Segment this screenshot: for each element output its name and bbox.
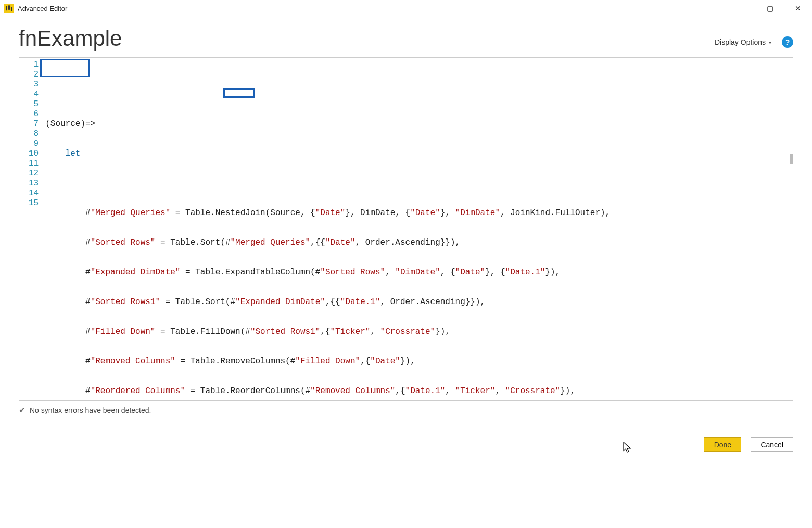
cancel-button[interactable]: Cancel: [751, 437, 793, 452]
titlebar: Advanced Editor — ▢ ✕: [0, 0, 812, 17]
code-token: "Date.1": [405, 386, 446, 396]
highlight-box: [223, 88, 255, 98]
code-token: }, {: [485, 268, 505, 277]
code-token: = Table.RemoveColumns(#: [175, 357, 295, 366]
code-token: = Table.FillDown(#: [155, 327, 250, 336]
code-token: "Sorted Rows": [320, 268, 385, 277]
code-token: (Source)=>: [45, 119, 95, 129]
code-token: "Sorted Rows": [91, 238, 156, 247]
code-token: "Filled Down": [295, 357, 360, 366]
chevron-down-icon: ▾: [769, 40, 771, 45]
code-token: , Order.Ascending}}),: [356, 238, 461, 247]
code-token: ,{{: [310, 238, 325, 247]
code-token: "Sorted Rows1": [91, 297, 160, 307]
code-token: }),: [560, 386, 575, 396]
code-token: "DimDate": [455, 208, 500, 218]
line-number: 12: [29, 169, 39, 179]
line-number: 11: [29, 159, 39, 169]
code-token: "DimDate": [395, 268, 440, 277]
code-token: ,{: [320, 327, 330, 336]
minimize-button[interactable]: —: [728, 0, 756, 17]
display-options-dropdown[interactable]: Display Options ▾: [715, 38, 771, 46]
code-token: ,: [385, 268, 395, 277]
code-token: "Ticker": [455, 386, 496, 396]
code-token: , {: [300, 208, 315, 218]
code-token: "Date": [315, 208, 346, 218]
code-token: }),: [545, 268, 560, 277]
window-title: Advanced Editor: [18, 5, 67, 12]
code-token: "Date": [455, 268, 486, 277]
display-options-label: Display Options: [715, 38, 766, 46]
code-token: Source: [270, 208, 300, 218]
code-token: ,: [495, 386, 505, 396]
code-token: , JoinKind.FullOuter),: [500, 208, 610, 218]
highlight-box: [40, 59, 90, 77]
code-token: , {: [440, 268, 455, 277]
line-gutter: 123456789101112131415: [19, 58, 42, 400]
line-number: 13: [29, 179, 39, 188]
code-token: "Filled Down": [91, 327, 156, 336]
line-number: 15: [29, 198, 39, 208]
dialog-footer: Done Cancel: [704, 437, 793, 452]
status-message: No syntax errors have been detected.: [30, 406, 151, 414]
code-token: "Crossrate": [505, 386, 561, 396]
code-token: let: [66, 149, 81, 158]
code-token: "Expanded DimDate": [91, 268, 181, 277]
code-token: "Crossrate": [380, 327, 436, 336]
mouse-cursor-icon: [623, 442, 632, 454]
help-icon[interactable]: ?: [782, 36, 793, 48]
code-token: },: [440, 208, 455, 218]
code-token: = Table.Sort(#: [160, 297, 235, 307]
code-token: ,{: [360, 357, 370, 366]
code-token: = Table.NestedJoin(: [170, 208, 270, 218]
window-controls: — ▢ ✕: [728, 0, 812, 17]
code-token: = Table.Sort(#: [155, 238, 230, 247]
code-editor[interactable]: 123456789101112131415 (Source)=> let #"M…: [19, 57, 793, 401]
line-number: 10: [29, 149, 39, 159]
app-icon: [4, 4, 14, 13]
code-token: "Date": [410, 208, 440, 218]
code-token: , Order.Ascending}}),: [380, 297, 486, 307]
code-token: }),: [435, 327, 450, 336]
line-number: 7: [29, 119, 39, 129]
done-button[interactable]: Done: [704, 437, 741, 452]
code-token: "Reordered Columns": [91, 386, 185, 396]
line-number: 14: [29, 188, 39, 198]
code-token: = Table.ExpandTableColumn(#: [180, 268, 320, 277]
code-token: "Merged Queries": [91, 208, 171, 218]
code-token: ,{: [395, 386, 405, 396]
check-icon: ✔: [19, 405, 26, 415]
code-token: "Ticker": [331, 327, 371, 336]
query-name: fnExample: [19, 26, 122, 51]
code-token: "Removed Columns": [310, 386, 395, 396]
code-token: ,: [445, 386, 455, 396]
scrollbar-thumb[interactable]: [790, 154, 793, 164]
line-number: 8: [29, 129, 39, 139]
code-token: }, DimDate, {: [345, 208, 410, 218]
code-token: "Date": [370, 357, 400, 366]
line-number: 4: [29, 90, 39, 99]
code-token: "Removed Columns": [91, 357, 175, 366]
line-number: 6: [29, 109, 39, 119]
code-token: "Merged Queries": [230, 238, 310, 247]
line-number: 5: [29, 99, 39, 109]
code-token: "Expanded DimDate": [235, 297, 325, 307]
line-number: 3: [29, 80, 39, 90]
header: fnExample Display Options ▾ ?: [0, 17, 812, 55]
line-number: 1: [29, 60, 39, 70]
code-token: }),: [400, 357, 415, 366]
line-number: 2: [29, 70, 39, 80]
maximize-button[interactable]: ▢: [756, 0, 784, 17]
code-token: "Sorted Rows1": [250, 327, 320, 336]
line-number: 9: [29, 139, 39, 149]
status-row: ✔ No syntax errors have been detected.: [19, 405, 793, 415]
code-token: "Date.1": [340, 297, 380, 307]
code-token: ,: [370, 327, 380, 336]
code-token: ,{{: [325, 297, 340, 307]
code-token: "Date": [325, 238, 356, 247]
close-button[interactable]: ✕: [784, 0, 812, 17]
code-token: "Date.1": [505, 268, 545, 277]
code-area[interactable]: (Source)=> let #"Merged Queries" = Table…: [42, 58, 793, 400]
code-token: = Table.ReorderColumns(#: [185, 386, 310, 396]
